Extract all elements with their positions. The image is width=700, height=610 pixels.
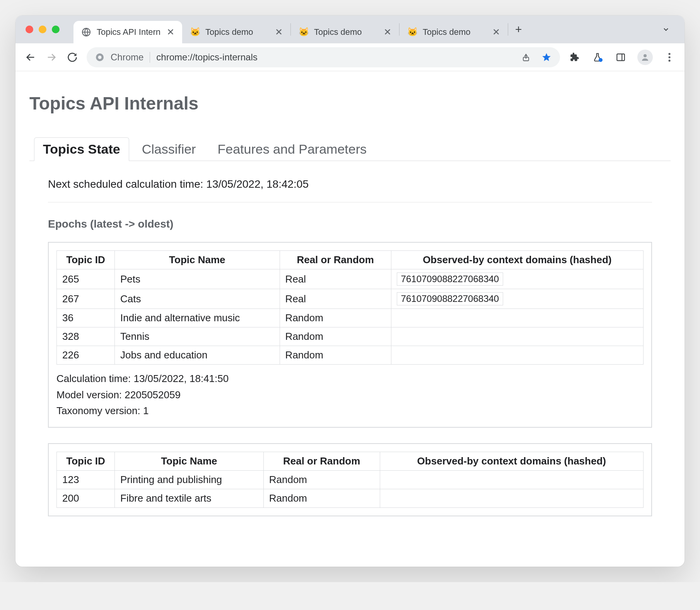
cell-hash: 7610709088227068340	[391, 289, 643, 309]
bookmark-star-icon[interactable]	[541, 52, 551, 62]
new-tab-button[interactable]: +	[508, 23, 529, 36]
svg-point-10	[644, 54, 647, 57]
col-real-random: Real or Random	[280, 251, 391, 269]
cell-topic-name: Indie and alternative music	[115, 309, 280, 327]
table-row: 328 Tennis Random	[57, 327, 644, 346]
svg-point-12	[668, 56, 670, 58]
browser-tab[interactable]: 🐱 Topics demo ✕	[291, 21, 399, 43]
svg-point-7	[599, 58, 603, 62]
close-icon[interactable]: ✕	[383, 27, 392, 38]
calc-time-value: 13/05/2022, 18:41:50	[133, 373, 229, 384]
epochs-heading: Epochs (latest -> oldest)	[48, 218, 652, 230]
cell-hash: 7610709088227068340	[391, 269, 643, 289]
col-observed-domains: Observed-by context domains (hashed)	[380, 452, 643, 470]
cell-topic-name: Tennis	[115, 327, 280, 346]
cell-kind: Random	[280, 309, 391, 327]
cat-icon: 🐱	[190, 27, 200, 37]
cell-kind: Random	[263, 489, 380, 507]
maximize-window-button[interactable]	[52, 26, 60, 33]
close-window-button[interactable]	[26, 26, 33, 33]
browser-tab[interactable]: 🐱 Topics demo ✕	[400, 21, 508, 43]
col-topic-id: Topic ID	[57, 452, 115, 470]
profile-avatar[interactable]	[637, 50, 653, 65]
cell-hash	[380, 470, 643, 489]
url-text: chrome://topics-internals	[156, 52, 257, 63]
epoch-table: Topic ID Topic Name Real or Random Obser…	[56, 250, 644, 365]
menu-icon[interactable]	[663, 51, 676, 64]
tab-title: Topics demo	[205, 27, 269, 37]
tab-features-parameters[interactable]: Features and Parameters	[208, 137, 376, 161]
page-title: Topics API Internals	[29, 93, 671, 114]
back-button[interactable]	[24, 51, 37, 64]
browser-tab[interactable]: Topics API Intern ✕	[73, 21, 182, 43]
tab-list-dropdown[interactable]	[655, 26, 677, 33]
svg-point-13	[668, 60, 670, 62]
tab-title: Topics demo	[314, 27, 377, 37]
cell-kind: Random	[280, 346, 391, 365]
tab-classifier[interactable]: Classifier	[133, 137, 205, 161]
cell-topic-name: Pets	[115, 269, 280, 289]
svg-point-4	[98, 55, 102, 59]
url-scheme-label: Chrome	[111, 52, 143, 63]
cell-hash	[391, 346, 643, 365]
table-header-row: Topic ID Topic Name Real or Random Obser…	[57, 452, 644, 470]
next-calc-line: Next scheduled calculation time: 13/05/2…	[48, 178, 652, 202]
tab-title: Topics API Intern	[97, 27, 160, 37]
svg-marker-6	[542, 53, 551, 61]
close-icon[interactable]: ✕	[166, 27, 175, 38]
extensions-icon[interactable]	[568, 51, 581, 64]
cat-icon: 🐱	[407, 27, 417, 37]
epoch-block: Topic ID Topic Name Real or Random Obser…	[48, 242, 652, 428]
cell-topic-name: Fibre and textile arts	[115, 489, 264, 507]
svg-point-11	[668, 53, 670, 55]
cell-kind: Random	[280, 327, 391, 346]
svg-rect-8	[617, 54, 625, 60]
side-panel-icon[interactable]	[614, 51, 627, 64]
cell-topic-name: Cats	[115, 289, 280, 309]
cell-topic-id: 36	[57, 309, 115, 327]
cell-kind: Real	[280, 289, 391, 309]
minimize-window-button[interactable]	[39, 26, 46, 33]
cell-topic-id: 265	[57, 269, 115, 289]
tab-strip: Topics API Intern ✕ 🐱 Topics demo ✕ 🐱 To…	[73, 15, 677, 43]
titlebar: Topics API Intern ✕ 🐱 Topics demo ✕ 🐱 To…	[15, 15, 685, 43]
table-header-row: Topic ID Topic Name Real or Random Obser…	[57, 251, 644, 269]
table-row: 267 Cats Real 7610709088227068340	[57, 289, 644, 309]
address-bar[interactable]: Chrome chrome://topics-internals	[87, 47, 560, 67]
toolbar-right	[568, 50, 676, 65]
cell-topic-name: Printing and publishing	[115, 470, 264, 489]
labs-icon[interactable]	[591, 51, 604, 64]
cell-topic-id: 226	[57, 346, 115, 365]
globe-icon	[81, 27, 91, 37]
close-icon[interactable]: ✕	[274, 27, 283, 38]
table-row: 265 Pets Real 7610709088227068340	[57, 269, 644, 289]
cell-topic-id: 123	[57, 470, 115, 489]
taxonomy-version-value: 1	[143, 405, 149, 416]
model-version-value: 2205052059	[125, 389, 181, 401]
table-row: 36 Indie and alternative music Random	[57, 309, 644, 327]
next-calc-label: Next scheduled calculation time:	[48, 178, 206, 190]
cell-topic-id: 328	[57, 327, 115, 346]
col-observed-domains: Observed-by context domains (hashed)	[391, 251, 643, 269]
epoch-meta: Calculation time: 13/05/2022, 18:41:50 M…	[56, 371, 644, 419]
cat-icon: 🐱	[299, 27, 309, 37]
cell-topic-name: Jobs and education	[115, 346, 280, 365]
browser-tab[interactable]: 🐱 Topics demo ✕	[182, 21, 290, 43]
calc-time-label: Calculation time:	[56, 373, 133, 384]
toolbar: Chrome chrome://topics-internals	[15, 43, 685, 71]
forward-button[interactable]	[45, 51, 58, 64]
tab-topics-state[interactable]: Topics State	[34, 137, 129, 161]
reload-button[interactable]	[66, 51, 79, 64]
table-row: 226 Jobs and education Random	[57, 346, 644, 365]
table-row: 123 Printing and publishing Random	[57, 470, 644, 489]
cell-hash	[380, 489, 643, 507]
epoch-table: Topic ID Topic Name Real or Random Obser…	[56, 452, 644, 508]
next-calc-value: 13/05/2022, 18:42:05	[206, 178, 309, 190]
col-real-random: Real or Random	[263, 452, 380, 470]
close-icon[interactable]: ✕	[492, 27, 501, 38]
col-topic-id: Topic ID	[57, 251, 115, 269]
share-icon[interactable]	[521, 53, 531, 62]
hash-chip: 7610709088227068340	[397, 272, 504, 286]
tab-title: Topics demo	[423, 27, 486, 37]
col-topic-name: Topic Name	[115, 251, 280, 269]
